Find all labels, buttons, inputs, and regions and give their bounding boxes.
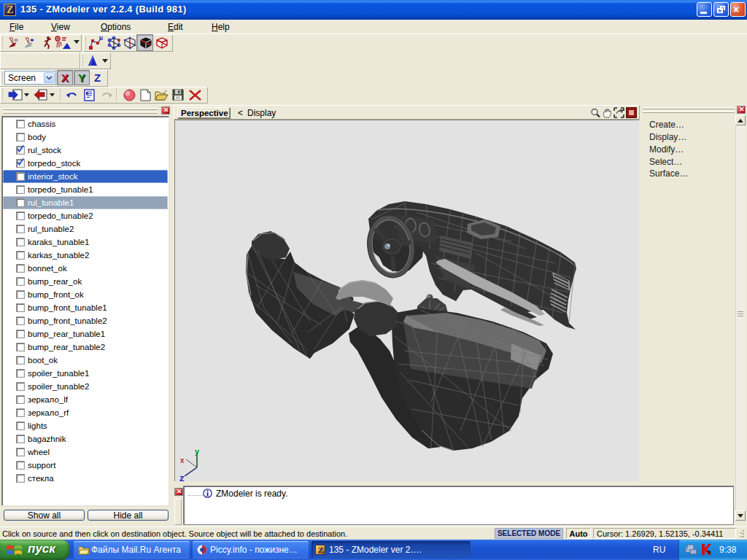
svg-text:x: x [180, 456, 185, 464]
svg-text:z: z [179, 472, 185, 483]
svg-text:y: y [195, 447, 200, 456]
